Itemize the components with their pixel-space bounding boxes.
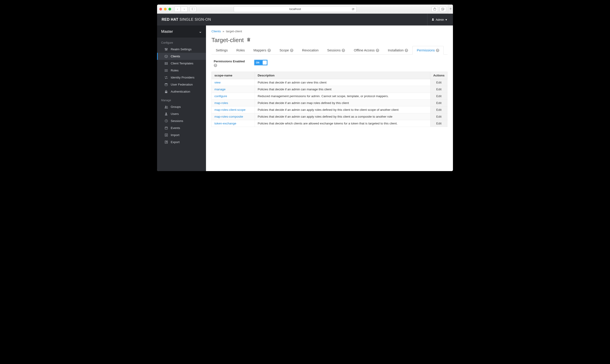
share-button[interactable] bbox=[432, 6, 438, 12]
sidebar-item-export[interactable]: Export bbox=[157, 139, 206, 146]
sidebar-item-authentication[interactable]: Authentication bbox=[157, 88, 206, 95]
user-name: Admin bbox=[436, 18, 444, 21]
sidebar-item-import[interactable]: Import bbox=[157, 131, 206, 139]
scope-link[interactable]: configure bbox=[214, 94, 227, 98]
tab-offline-access[interactable]: Offline Access? bbox=[349, 46, 384, 54]
tab-revocation[interactable]: Revocation bbox=[298, 46, 323, 54]
tab-installation[interactable]: Installation? bbox=[384, 46, 412, 54]
close-window-icon[interactable] bbox=[159, 8, 162, 11]
svg-point-27 bbox=[167, 106, 168, 107]
help-icon[interactable]: ? bbox=[267, 49, 271, 52]
th-scope: scope-name bbox=[212, 72, 255, 79]
sidebar-item-label: Events bbox=[171, 126, 180, 130]
tab-scope[interactable]: Scope? bbox=[275, 46, 298, 54]
scope-link[interactable]: map-roles-client-scope bbox=[214, 108, 246, 111]
scope-cell: configure bbox=[212, 93, 255, 100]
svg-point-6 bbox=[432, 18, 434, 19]
table-row: viewPolicies that decide if an admin can… bbox=[212, 79, 448, 86]
permissions-toggle[interactable]: ON bbox=[254, 60, 268, 65]
svg-rect-36 bbox=[247, 39, 250, 41]
svg-rect-30 bbox=[165, 127, 168, 129]
svg-point-10 bbox=[165, 48, 166, 49]
help-icon[interactable]: ? bbox=[290, 49, 293, 52]
trash-icon[interactable] bbox=[247, 38, 250, 43]
svg-point-15 bbox=[165, 64, 166, 65]
user-menu[interactable]: Admin ▾ bbox=[427, 14, 448, 26]
main-content: Clients » target-client Target-client Se… bbox=[206, 26, 453, 171]
clock-icon bbox=[164, 119, 168, 122]
svg-rect-0 bbox=[191, 8, 195, 10]
sidebar-item-clients[interactable]: Clients bbox=[157, 53, 206, 60]
scope-link[interactable]: manage bbox=[214, 88, 225, 91]
tabs-button[interactable] bbox=[440, 6, 446, 12]
sidebar-section-manage: Manage bbox=[157, 95, 206, 103]
help-icon[interactable]: ? bbox=[342, 49, 345, 52]
breadcrumb: Clients » target-client bbox=[212, 30, 448, 33]
sidebar-item-client-templates[interactable]: Client Templates bbox=[157, 60, 206, 67]
sidebar-item-sessions[interactable]: Sessions bbox=[157, 117, 206, 124]
forward-button[interactable]: › bbox=[181, 6, 187, 12]
tabs: SettingsRolesMappers?Scope?RevocationSes… bbox=[212, 46, 448, 55]
tab-label: Offline Access bbox=[354, 49, 375, 52]
scope-cell: map-roles bbox=[212, 100, 255, 106]
tab-settings[interactable]: Settings bbox=[212, 46, 232, 54]
url-text: localhost bbox=[289, 7, 301, 11]
edit-action[interactable]: Edit bbox=[430, 79, 448, 86]
sidebar-toggle-button[interactable] bbox=[190, 6, 196, 12]
edit-action[interactable]: Edit bbox=[430, 86, 448, 93]
edit-action[interactable]: Edit bbox=[430, 106, 448, 113]
sidebar-item-label: User Federation bbox=[171, 83, 193, 86]
address-bar[interactable]: localhost ⟳ bbox=[234, 6, 357, 12]
help-icon[interactable]: ? bbox=[376, 49, 379, 52]
sidebar-item-realm-settings[interactable]: Realm Settings bbox=[157, 46, 206, 53]
help-icon[interactable]: ? bbox=[214, 64, 217, 67]
edit-action[interactable]: Edit bbox=[430, 120, 448, 127]
list-icon bbox=[164, 69, 168, 72]
scope-link[interactable]: map-roles-composite bbox=[214, 115, 243, 118]
sidebar-item-events[interactable]: Events bbox=[157, 124, 206, 131]
sidebar-item-user-federation[interactable]: User Federation bbox=[157, 81, 206, 88]
tab-mappers[interactable]: Mappers? bbox=[249, 46, 275, 54]
tab-sessions[interactable]: Sessions? bbox=[323, 46, 350, 54]
description-cell: Policies that decide if an admin can man… bbox=[255, 86, 430, 93]
import-icon bbox=[164, 133, 168, 136]
help-icon[interactable]: ? bbox=[436, 49, 439, 52]
tab-roles[interactable]: Roles bbox=[232, 46, 249, 54]
browser-toolbar: ‹ › localhost ⟳ + bbox=[157, 5, 453, 14]
th-actions: Actions bbox=[430, 72, 448, 79]
sidebar-item-label: Roles bbox=[171, 69, 179, 72]
chevron-down-icon: ▾ bbox=[445, 18, 447, 21]
stack-icon bbox=[164, 83, 168, 86]
new-tab-button[interactable]: + bbox=[448, 5, 453, 14]
edit-action[interactable]: Edit bbox=[430, 93, 448, 100]
sidebar-item-groups[interactable]: Groups bbox=[157, 103, 206, 110]
minimize-window-icon[interactable] bbox=[164, 8, 167, 11]
user-icon bbox=[432, 18, 434, 21]
description-cell: Policies that decide if an admin can app… bbox=[255, 106, 430, 113]
scope-link[interactable]: token-exchange bbox=[214, 122, 236, 125]
reload-icon[interactable]: ⟳ bbox=[352, 7, 355, 11]
sidebar-item-users[interactable]: Users bbox=[157, 110, 206, 117]
sidebar-item-label: Identity Providers bbox=[171, 76, 194, 79]
realm-selector[interactable]: Master ⌄ bbox=[157, 26, 206, 38]
brand-bold: RED HAT bbox=[162, 17, 178, 21]
edit-action[interactable]: Edit bbox=[430, 100, 448, 106]
help-icon[interactable]: ? bbox=[405, 49, 408, 52]
back-button[interactable]: ‹ bbox=[174, 6, 181, 12]
toggle-text: ON bbox=[256, 61, 259, 64]
tab-permissions[interactable]: Permissions? bbox=[412, 46, 444, 55]
svg-point-16 bbox=[167, 64, 168, 65]
sidebar-item-identity-providers[interactable]: Identity Providers bbox=[157, 74, 206, 81]
table-row: map-rolesPolicies that decide if an admi… bbox=[212, 100, 448, 106]
permissions-table: scope-name Description Actions viewPolic… bbox=[212, 72, 448, 127]
description-cell: Policies that decide if an admin can map… bbox=[255, 100, 430, 106]
svg-point-14 bbox=[167, 62, 168, 63]
sidebar-item-roles[interactable]: Roles bbox=[157, 67, 206, 74]
edit-action[interactable]: Edit bbox=[430, 113, 448, 120]
tab-label: Settings bbox=[216, 49, 228, 52]
maximize-window-icon[interactable] bbox=[168, 8, 171, 11]
breadcrumb-root[interactable]: Clients bbox=[212, 30, 221, 33]
svg-point-28 bbox=[165, 113, 167, 114]
scope-link[interactable]: view bbox=[214, 81, 221, 84]
scope-link[interactable]: map-roles bbox=[214, 101, 228, 105]
